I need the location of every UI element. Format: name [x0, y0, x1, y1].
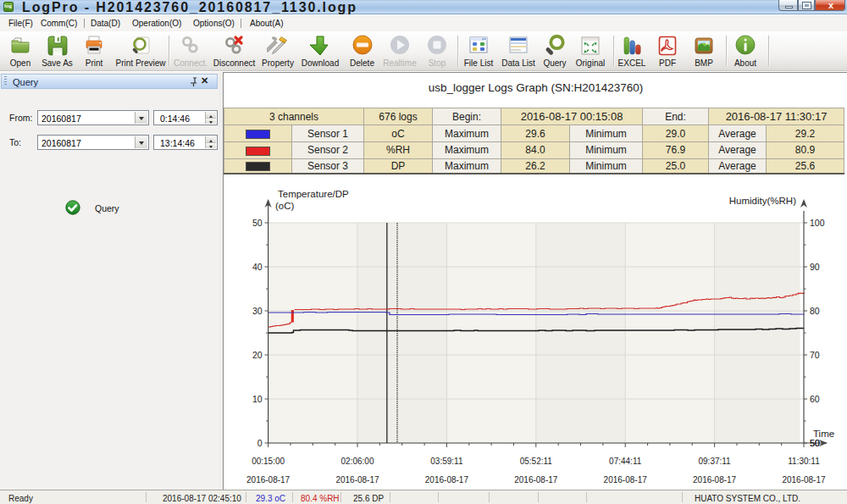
svg-text:2016-08-17: 2016-08-17: [514, 475, 558, 485]
svg-text:07:44:11: 07:44:11: [609, 457, 642, 466]
svg-text:2016-08-17: 2016-08-17: [782, 475, 826, 485]
svg-text:Temperature/DP: Temperature/DP: [278, 189, 349, 199]
svg-text:50: 50: [252, 218, 263, 228]
svg-text:70: 70: [810, 350, 820, 360]
svg-text:40: 40: [252, 262, 263, 272]
svg-text:02:06:00: 02:06:00: [341, 457, 374, 466]
svg-text:2016-08-17: 2016-08-17: [425, 475, 469, 485]
svg-text:50: 50: [810, 438, 820, 448]
svg-text:09:37:11: 09:37:11: [699, 457, 732, 466]
svg-text:0: 0: [257, 438, 263, 448]
svg-text:11:30:11: 11:30:11: [788, 457, 820, 466]
svg-text:20: 20: [252, 350, 263, 360]
svg-text:100: 100: [810, 218, 825, 228]
svg-text:90: 90: [810, 262, 820, 272]
svg-text:30: 30: [252, 306, 263, 316]
svg-text:2016-08-17: 2016-08-17: [246, 475, 291, 485]
svg-text:05:52:11: 05:52:11: [520, 457, 553, 466]
svg-text:(oC): (oC): [275, 201, 295, 211]
svg-text:Humidity(%RH): Humidity(%RH): [729, 196, 796, 206]
svg-text:03:59:11: 03:59:11: [430, 457, 463, 466]
svg-text:2016-08-17: 2016-08-17: [604, 475, 648, 485]
svg-text:00:15:00: 00:15:00: [252, 457, 285, 466]
svg-text:2016-08-17: 2016-08-17: [335, 475, 379, 485]
svg-text:10: 10: [252, 394, 263, 404]
svg-text:60: 60: [810, 394, 820, 404]
svg-text:80: 80: [810, 306, 820, 316]
svg-text:2016-08-17: 2016-08-17: [693, 475, 737, 485]
